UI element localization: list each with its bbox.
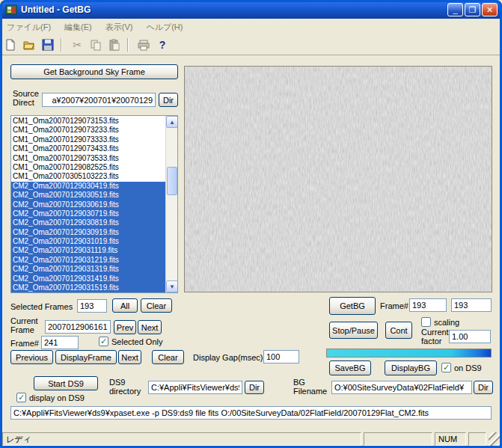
resize-grip-icon[interactable] <box>489 432 500 446</box>
list-item[interactable]: CM2_Oma20070129031519.fits <box>11 283 165 292</box>
scroll-down-icon[interactable]: ▼ <box>166 280 178 292</box>
current-frame-input[interactable] <box>45 320 111 334</box>
title-bar[interactable]: Untitled - GetBG _ ❐ ✕ <box>0 0 502 19</box>
close-button[interactable]: ✕ <box>482 3 498 16</box>
current-factor-label: Currentfactor <box>421 328 449 346</box>
menu-view[interactable]: 表示(V) <box>99 20 140 34</box>
copy-icon[interactable] <box>88 37 104 53</box>
display-gap-label: Display Gap(msec) <box>193 353 263 362</box>
print-icon[interactable] <box>135 37 152 53</box>
frame-number-label: Frame# <box>10 339 39 348</box>
list-item[interactable]: CM1_Oma20070129073433.fits <box>11 144 165 153</box>
display-gap-input[interactable] <box>263 350 299 363</box>
list-item[interactable]: CM2_Oma20070129030719.fits <box>11 209 165 218</box>
status-ready: レディ <box>2 432 361 446</box>
source-directory-input[interactable] <box>42 93 156 107</box>
progress-fill <box>327 349 491 357</box>
start-ds9-button[interactable]: Start DS9 <box>34 376 98 390</box>
list-item[interactable]: CM2_Oma20070129031319.fits <box>11 265 165 274</box>
scaling-checkbox[interactable]: scaling <box>421 317 459 327</box>
current-frame-label: CurrentFrame <box>10 316 38 334</box>
help-icon[interactable]: ? <box>154 37 171 53</box>
open-icon[interactable] <box>21 37 37 53</box>
list-item[interactable]: CM1_Oma20070129073233.fits <box>11 126 165 135</box>
display-on-ds9-label: display on DS9 <box>29 393 85 402</box>
selected-only-checkbox[interactable]: Selected Only <box>99 337 162 346</box>
source-dir-button[interactable]: Dir <box>159 93 178 107</box>
paste-icon[interactable] <box>106 37 123 53</box>
getbg-button[interactable]: GetBG <box>329 297 376 315</box>
next-button[interactable]: Next <box>118 350 141 364</box>
list-item[interactable]: CM2_Oma20070129031219.fits <box>11 256 165 265</box>
display-frame-button[interactable]: DisplayFrame <box>55 350 117 364</box>
list-item[interactable]: CM1_Oma20070305103223.fits <box>11 172 165 181</box>
selected-only-label: Selected Only <box>111 337 162 346</box>
on-ds9-label: on DS9 <box>454 363 482 372</box>
get-background-sky-frame-button[interactable]: Get Background Sky Frame <box>10 64 178 79</box>
app-window: Untitled - GetBG _ ❐ ✕ ファイル(F) 編集(E) 表示(… <box>0 0 502 448</box>
menu-edit[interactable]: 編集(E) <box>58 20 99 34</box>
new-icon[interactable] <box>2 37 19 53</box>
selected-frames-count-input[interactable] <box>77 299 107 313</box>
ds9-command-input[interactable] <box>10 406 492 420</box>
bg-frame-number-label: Frame# <box>380 301 408 310</box>
checkbox-box <box>441 363 451 372</box>
all-button[interactable]: All <box>112 298 138 313</box>
ds9-directory-input[interactable] <box>148 381 242 394</box>
menu-bar: ファイル(F) 編集(E) 表示(V) ヘルプ(H) <box>0 19 502 35</box>
ds9-dir-button[interactable]: Dir <box>245 381 264 394</box>
next-frame-button[interactable]: Next <box>138 320 162 334</box>
app-icon <box>5 4 17 16</box>
progress-bar <box>326 349 492 358</box>
list-item[interactable]: CM2_Oma20070129030519.fits <box>11 191 165 200</box>
list-item[interactable]: CM1_Oma20070129073153.fits <box>11 117 165 126</box>
list-item[interactable]: CM2_Oma20070129030819.fits <box>11 218 165 227</box>
stop-pause-button[interactable]: Stop/Pause <box>329 322 378 339</box>
list-item[interactable]: CM1_Oma20070129073333.fits <box>11 135 165 144</box>
checkbox-box <box>421 317 431 327</box>
frame-number-input[interactable] <box>41 336 79 349</box>
clear-selection-button[interactable]: Clear <box>141 298 172 313</box>
checkbox-box <box>16 393 26 402</box>
list-item[interactable]: CM1_Oma20070129073533.fits <box>11 154 165 163</box>
savebg-button[interactable]: SaveBG <box>329 360 371 375</box>
scaling-label: scaling <box>434 318 459 327</box>
file-list[interactable]: CM1_Oma20070129073153.fitsCM1_Oma2007012… <box>10 115 178 293</box>
cont-button[interactable]: Cont <box>385 322 412 339</box>
displaybg-button[interactable]: DisplayBG <box>385 360 437 375</box>
minimize-button[interactable]: _ <box>447 3 463 16</box>
cut-icon[interactable]: ✂ <box>69 37 85 53</box>
scroll-up-icon[interactable]: ▲ <box>166 116 178 128</box>
toolbar: ✂ ? <box>0 35 502 55</box>
toolbar-separator <box>127 38 129 52</box>
prev-frame-button[interactable]: Prev <box>114 320 136 334</box>
bg-frame-total-input[interactable] <box>451 298 492 312</box>
window-title: Untitled - GetBG <box>21 4 91 15</box>
bg-filename-dir-button[interactable]: Dir <box>474 381 493 394</box>
display-on-ds9-checkbox[interactable]: display on DS9 <box>16 393 85 402</box>
maximize-button[interactable]: ❐ <box>465 3 480 16</box>
bg-frame-number-input[interactable] <box>409 298 447 312</box>
file-list-scrollbar[interactable]: ▲ ▼ <box>165 116 177 292</box>
list-item[interactable]: CM2_Oma20070129031119.fits <box>11 246 165 255</box>
current-factor-input[interactable] <box>449 330 491 343</box>
list-item[interactable]: CM1_Oma20070129082525.fits <box>11 163 165 172</box>
checkbox-box <box>99 337 108 346</box>
menu-file[interactable]: ファイル(F) <box>0 20 58 34</box>
status-panel <box>364 432 432 446</box>
scrollbar-thumb[interactable] <box>167 167 177 195</box>
bg-filename-input[interactable] <box>331 381 472 394</box>
previous-button[interactable]: Previous <box>10 350 53 364</box>
list-item[interactable]: CM2_Oma20070129030419.fits <box>11 182 165 191</box>
list-item[interactable]: CM2_Oma20070129031019.fits <box>11 237 165 246</box>
save-icon[interactable] <box>40 37 56 53</box>
status-num: NUM <box>435 432 466 446</box>
clear-button[interactable]: Clear <box>152 350 184 364</box>
list-item[interactable]: CM2_Oma20070129030919.fits <box>11 228 165 237</box>
list-item[interactable]: CM2_Oma20070129030619.fits <box>11 200 165 209</box>
bg-filename-label: BGFilename <box>293 378 327 396</box>
background-sky-frame-image <box>184 66 492 292</box>
on-ds9-checkbox[interactable]: on DS9 <box>441 363 482 372</box>
list-item[interactable]: CM2_Oma20070129031419.fits <box>11 274 165 283</box>
menu-help[interactable]: ヘルプ(H) <box>139 20 189 34</box>
